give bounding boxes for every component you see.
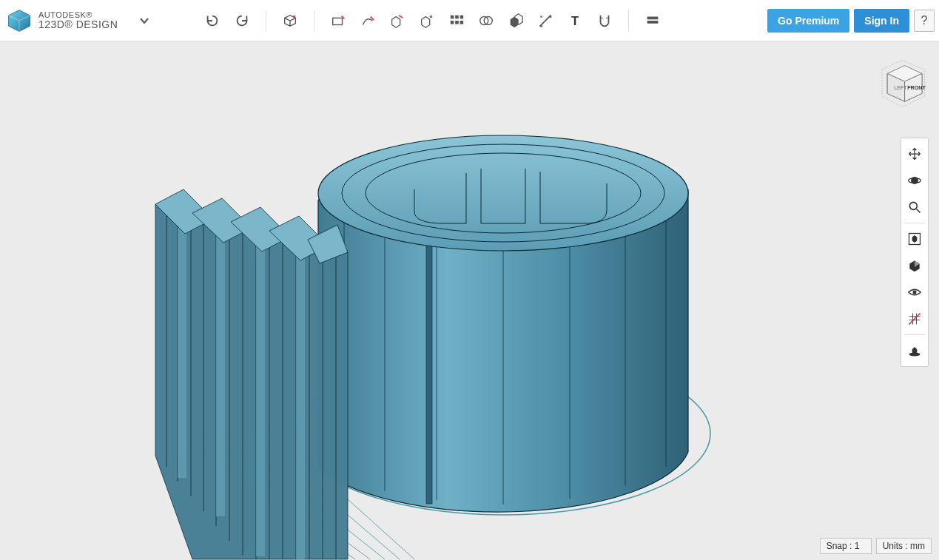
svg-point-13	[540, 16, 542, 18]
pattern-button[interactable]	[443, 7, 470, 34]
orbit-button[interactable]	[902, 168, 927, 193]
svg-line-61	[909, 314, 921, 325]
svg-rect-53	[296, 241, 305, 559]
chevron-down-icon	[139, 16, 149, 26]
pan-button[interactable]	[902, 141, 927, 166]
svg-point-33	[318, 135, 688, 251]
svg-rect-10	[460, 21, 464, 24]
view-cube[interactable]: LEFT FRONT	[875, 56, 929, 109]
toolbar-separator	[314, 10, 314, 31]
redo-icon	[234, 13, 250, 29]
viewcube-left-label: LEFT	[894, 84, 907, 91]
svg-point-57	[909, 202, 917, 209]
zoom-icon	[907, 200, 922, 215]
history-group	[199, 7, 255, 34]
measure-button[interactable]	[532, 7, 559, 34]
svg-line-58	[917, 209, 921, 213]
primitives-button[interactable]	[277, 7, 303, 34]
visibility-button[interactable]	[902, 280, 927, 305]
sketch-icon	[330, 13, 346, 29]
combine-icon	[508, 13, 524, 29]
ground-button[interactable]	[902, 338, 927, 363]
svg-point-4	[430, 15, 433, 18]
sign-in-button[interactable]: Sign In	[854, 9, 909, 33]
primitives-icon	[282, 13, 298, 29]
svg-rect-7	[460, 15, 464, 18]
viewcube-front-label: FRONT	[907, 84, 926, 91]
material-icon	[644, 13, 661, 29]
account-buttons: Go Premium Sign In ?	[767, 9, 935, 33]
fit-button[interactable]	[902, 226, 927, 252]
draw-icon	[360, 13, 376, 29]
construct-icon	[389, 13, 405, 29]
snap-status[interactable]: Snap : 1	[820, 538, 872, 554]
modify-icon	[419, 13, 435, 29]
text-button[interactable]: T	[562, 7, 588, 34]
app-logo-icon	[6, 7, 33, 34]
group-button[interactable]	[473, 7, 499, 34]
grid-off-icon	[907, 311, 922, 326]
app-menu-dropdown[interactable]	[134, 10, 155, 31]
zoom-button[interactable]	[902, 195, 927, 220]
svg-rect-50	[178, 212, 186, 478]
magnet-icon	[596, 13, 613, 29]
group-icon	[478, 13, 494, 29]
svg-point-2	[293, 15, 296, 18]
grid-toggle-button[interactable]	[902, 306, 927, 331]
svg-rect-6	[456, 15, 460, 18]
go-premium-button[interactable]: Go Premium	[767, 9, 849, 33]
pattern-icon	[448, 13, 465, 29]
toolbar-separator	[904, 223, 925, 223]
svg-rect-52	[256, 231, 265, 556]
measure-icon	[537, 13, 553, 29]
pan-icon	[907, 146, 922, 161]
viewport[interactable]: LEFT FRONT Snap : 1 Un	[0, 41, 939, 560]
help-button[interactable]: ?	[914, 10, 935, 32]
shade-button[interactable]	[902, 253, 927, 278]
combine-button[interactable]	[502, 7, 529, 34]
app-logo[interactable]: AUTODESK® 123D® DESIGN	[6, 7, 155, 34]
tools-group: T	[325, 7, 618, 34]
snap-button[interactable]	[591, 7, 618, 34]
svg-text:T: T	[571, 13, 579, 27]
scene-3d	[0, 41, 939, 560]
text-icon: T	[567, 13, 583, 29]
view-toolbar	[901, 138, 929, 367]
toolbar-separator	[628, 10, 629, 31]
undo-button[interactable]	[199, 7, 226, 34]
modify-button[interactable]	[414, 7, 440, 34]
material-button[interactable]	[639, 7, 666, 34]
undo-icon	[204, 13, 221, 29]
fit-icon	[907, 232, 922, 246]
svg-rect-51	[216, 220, 225, 516]
draw-button[interactable]	[354, 7, 381, 34]
eye-icon	[907, 285, 922, 300]
svg-rect-5	[451, 15, 454, 18]
svg-rect-3	[333, 18, 343, 24]
ground-icon	[907, 343, 922, 358]
toolbar-separator	[904, 334, 925, 335]
units-status[interactable]: Units : mm	[876, 538, 932, 554]
sketch-button[interactable]	[325, 7, 351, 34]
redo-button[interactable]	[229, 7, 255, 34]
svg-point-60	[913, 291, 917, 294]
svg-rect-8	[451, 21, 454, 24]
status-bar: Snap : 1 Units : mm	[820, 538, 932, 554]
svg-rect-9	[456, 21, 460, 24]
top-toolbar: AUTODESK® 123D® DESIGN	[0, 0, 939, 41]
orbit-icon	[907, 173, 922, 188]
toolbar-separator	[266, 10, 266, 31]
construct-button[interactable]	[384, 7, 411, 34]
shade-icon	[907, 258, 922, 273]
product-text: 123D® DESIGN	[38, 19, 118, 30]
